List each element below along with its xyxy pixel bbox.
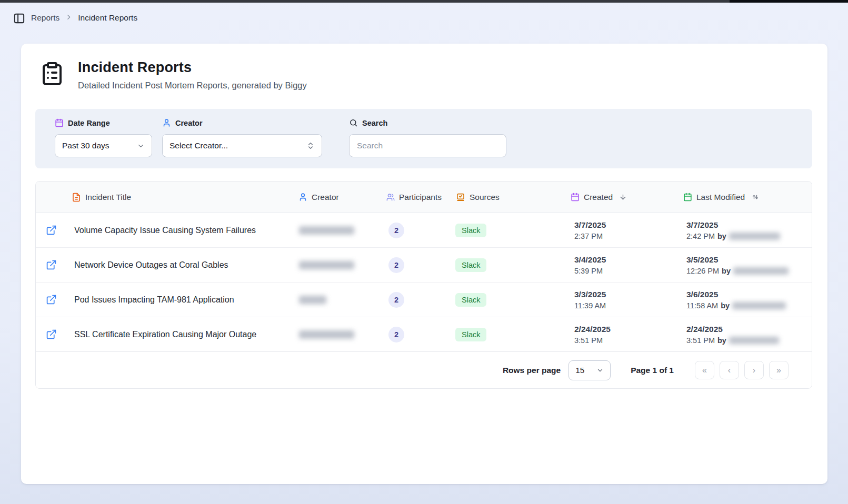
open-report-link[interactable] xyxy=(36,225,66,236)
previous-page-button[interactable]: ‹ xyxy=(720,361,739,379)
pager-buttons: « ‹ › » xyxy=(695,361,789,379)
modified-time: 2:42 PM xyxy=(686,232,715,240)
modified-time-line: 12:26 PMby xyxy=(686,267,812,275)
calendar-icon xyxy=(571,193,580,201)
chevron-down-icon xyxy=(137,142,145,150)
incident-row: Pod Issues Impacting TAM-981 Application… xyxy=(36,283,812,317)
user-icon xyxy=(298,193,307,201)
incident-title: Volume Capacity Issue Causing System Fai… xyxy=(66,226,287,235)
created-time: 2:37 PM xyxy=(574,232,674,240)
window-top-bar xyxy=(0,0,848,3)
created-cell: 3/7/20252:37 PM xyxy=(558,220,674,240)
users-icon xyxy=(386,193,395,201)
participants-cell: 2 xyxy=(377,292,448,308)
participants-count-badge: 2 xyxy=(388,257,404,273)
modified-time: 12:26 PM xyxy=(686,267,719,275)
table-header-row: Incident Title Creator Participants Sour… xyxy=(36,182,812,213)
column-label: Creator xyxy=(312,193,339,202)
page-title: Incident Reports xyxy=(78,59,307,76)
modified-cell: 3/6/202511:58 AMby xyxy=(674,290,812,310)
sources-cell: Slack xyxy=(448,293,558,307)
column-header-sources: Sources xyxy=(448,193,558,202)
creator-cell xyxy=(287,295,377,305)
calendar-icon xyxy=(683,193,692,201)
creator-name-redacted xyxy=(299,261,354,269)
search-input[interactable] xyxy=(349,134,506,157)
created-time: 3:51 PM xyxy=(574,336,674,345)
calendar-icon xyxy=(55,118,64,127)
page-indicator: Page 1 of 1 xyxy=(631,366,674,375)
column-label: Last Modified xyxy=(696,193,745,202)
column-header-created[interactable]: Created xyxy=(558,193,674,202)
rows-per-page-value: 15 xyxy=(575,366,584,375)
breadcrumb: Reports Incident Reports xyxy=(13,12,137,24)
incident-row: Volume Capacity Issue Causing System Fai… xyxy=(36,213,812,248)
search-filter: Search xyxy=(349,118,506,157)
first-page-button[interactable]: « xyxy=(695,361,714,379)
external-link-icon xyxy=(46,329,57,340)
sources-cell: Slack xyxy=(448,328,558,341)
incident-title: Pod Issues Impacting TAM-981 Application xyxy=(66,295,287,305)
breadcrumb-item-incident-reports: Incident Reports xyxy=(78,13,137,23)
participants-count-badge: 2 xyxy=(388,327,404,342)
modified-time-line: 2:42 PMby xyxy=(686,232,812,240)
creator-name-redacted xyxy=(299,226,354,235)
open-report-link[interactable] xyxy=(36,259,66,270)
chevrons-up-down-icon xyxy=(306,142,315,150)
creator-cell xyxy=(287,330,377,339)
column-label: Created xyxy=(584,193,613,202)
pagination-bar: Rows per page 15 Page 1 of 1 « ‹ › » xyxy=(36,352,812,388)
modified-by-redacted xyxy=(729,337,779,344)
modified-cell: 3/7/20252:42 PMby xyxy=(674,220,812,240)
modified-by-redacted xyxy=(733,267,789,275)
created-date: 3/3/2025 xyxy=(574,290,674,299)
modified-time-line: 3:51 PMby xyxy=(686,336,812,345)
date-range-select[interactable]: Past 30 days xyxy=(55,134,152,157)
column-header-incident-title: Incident Title xyxy=(66,193,287,202)
source-badge: Slack xyxy=(455,224,486,237)
created-cell: 3/4/20255:39 PM xyxy=(558,255,674,275)
creator-name-redacted xyxy=(299,330,354,339)
modified-time: 3:51 PM xyxy=(686,336,715,345)
clipboard-list-icon xyxy=(39,59,65,88)
participants-cell: 2 xyxy=(377,327,448,342)
sort-both-icon xyxy=(751,193,760,201)
page-header: Incident Reports Detailed Incident Post … xyxy=(39,59,307,90)
created-time: 11:39 AM xyxy=(574,301,674,310)
created-date: 2/24/2025 xyxy=(574,325,674,334)
column-header-creator: Creator xyxy=(287,193,377,202)
sidebar-toggle-button[interactable] xyxy=(13,12,25,24)
created-date: 3/4/2025 xyxy=(574,255,674,265)
creator-filter: Creator Select Creator... xyxy=(162,118,322,157)
sources-cell: Slack xyxy=(448,224,558,237)
external-link-icon xyxy=(46,259,57,270)
incident-row: SSL Certificate Expiration Causing Major… xyxy=(36,317,812,352)
date-range-filter: Date Range Past 30 days xyxy=(55,118,152,157)
date-range-value: Past 30 days xyxy=(62,141,109,150)
last-page-button[interactable]: » xyxy=(769,361,789,379)
open-report-link[interactable] xyxy=(36,294,66,305)
rows-per-page-label: Rows per page xyxy=(503,366,561,375)
modified-date: 3/6/2025 xyxy=(686,290,812,299)
source-badge: Slack xyxy=(455,293,486,307)
incident-reports-panel: Incident Reports Detailed Incident Post … xyxy=(21,44,827,484)
modified-date: 3/7/2025 xyxy=(686,220,812,230)
breadcrumb-item-reports[interactable]: Reports xyxy=(31,13,59,23)
message-square-check-icon xyxy=(456,193,465,202)
column-header-participants: Participants xyxy=(377,193,448,202)
column-label: Incident Title xyxy=(85,193,131,202)
incident-title: Network Device Outages at Coral Gables xyxy=(66,260,287,270)
creator-select-placeholder: Select Creator... xyxy=(169,141,228,150)
participants-count-badge: 2 xyxy=(388,223,404,238)
chevron-down-icon xyxy=(596,367,604,374)
search-label-text: Search xyxy=(362,119,387,127)
creator-select[interactable]: Select Creator... xyxy=(162,134,322,157)
modified-cell: 3/5/202512:26 PMby xyxy=(674,255,812,275)
open-report-link[interactable] xyxy=(36,329,66,340)
next-page-button[interactable]: › xyxy=(744,361,764,379)
rows-per-page-select[interactable]: 15 xyxy=(568,360,611,380)
incident-reports-table: Incident Title Creator Participants Sour… xyxy=(35,181,812,389)
column-label: Sources xyxy=(470,193,500,202)
column-header-last-modified[interactable]: Last Modified xyxy=(674,193,812,202)
participants-cell: 2 xyxy=(377,257,448,273)
